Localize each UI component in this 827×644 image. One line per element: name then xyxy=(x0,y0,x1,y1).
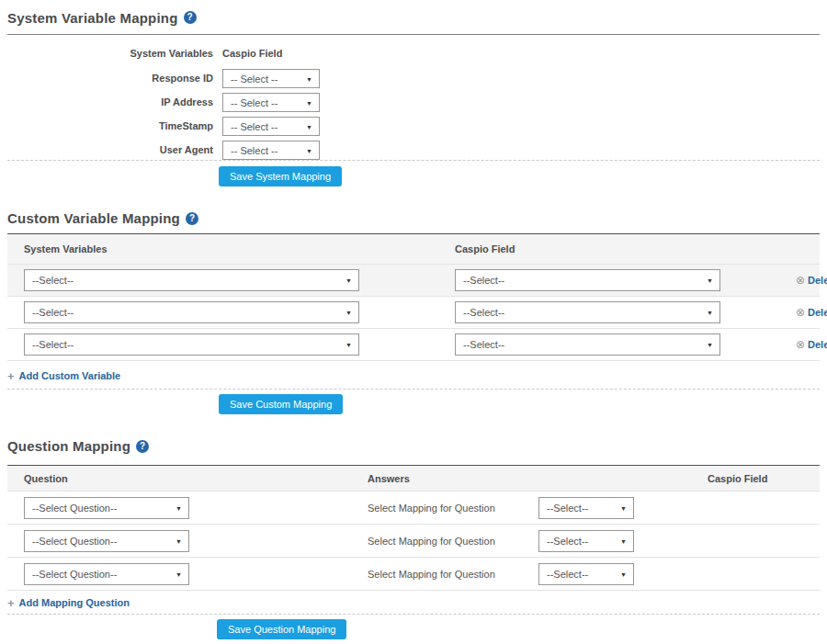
select-value: -- Select -- xyxy=(223,121,278,132)
dropdown-arrow-icon: ▼ xyxy=(306,147,312,153)
dropdown-arrow-icon: ▼ xyxy=(620,537,627,544)
table-row: User Agent -- Select -- ▼ xyxy=(7,141,820,160)
custom-mapping-heading: Custom Variable Mapping ? xyxy=(7,210,820,226)
custom-system-variable-select[interactable]: --Select-- ▼ xyxy=(24,333,359,356)
system-table-header: System Variables Caspio Field xyxy=(7,48,820,62)
delete-circle-icon: ⊗ xyxy=(796,275,805,286)
column-header-question: Question xyxy=(24,466,368,491)
select-value: --Select Question-- xyxy=(25,569,117,580)
ip-address-select[interactable]: -- Select -- ▼ xyxy=(222,93,320,112)
response-id-select[interactable]: -- Select -- ▼ xyxy=(222,69,320,88)
table-row: Response ID -- Select -- ▼ xyxy=(7,69,820,88)
question-mapping-heading: Question Mapping ? xyxy=(7,438,820,454)
select-value: --Select-- xyxy=(456,275,504,286)
answers-cell: Select Mapping for Question --Select-- ▼ xyxy=(368,563,708,585)
dropdown-arrow-icon: ▼ xyxy=(620,571,627,577)
select-value: -- Select -- xyxy=(223,73,278,85)
column-header-system-variables: System Variables xyxy=(24,234,455,265)
select-value: --Select Question-- xyxy=(25,536,117,547)
system-mapping-form: System Variables Caspio Field Response I… xyxy=(7,34,820,161)
question-select[interactable]: --Select Question-- ▼ xyxy=(24,530,189,552)
dropdown-arrow-icon: ▼ xyxy=(707,310,713,316)
add-custom-variable-link[interactable]: + Add Custom Variable xyxy=(7,369,120,382)
delete-circle-icon: ⊗ xyxy=(796,307,805,318)
delete-link[interactable]: ⊗ Delete xyxy=(796,307,827,318)
dropdown-arrow-icon: ▼ xyxy=(176,537,182,544)
question-button-row: Save Question Mapping xyxy=(7,615,820,639)
save-question-mapping-button[interactable]: Save Question Mapping xyxy=(217,619,346,639)
custom-caspio-field-select[interactable]: --Select-- ▼ xyxy=(455,333,720,356)
delete-circle-icon: ⊗ xyxy=(796,339,805,350)
custom-variable-mapping-section: Custom Variable Mapping ? System Variabl… xyxy=(7,210,820,414)
column-header-caspio-field: Caspio Field xyxy=(708,466,814,491)
column-header-caspio-field: Caspio Field xyxy=(455,234,796,265)
answer-mapping-select[interactable]: --Select-- ▼ xyxy=(538,497,634,519)
delete-link[interactable]: ⊗ Delete xyxy=(796,339,827,350)
custom-button-row: Save Custom Mapping xyxy=(7,390,820,414)
custom-caspio-field-select[interactable]: --Select-- ▼ xyxy=(455,301,720,323)
table-row: TimeStamp -- Select -- ▼ xyxy=(7,117,820,136)
question-select[interactable]: --Select Question-- ▼ xyxy=(24,497,189,519)
dropdown-arrow-icon: ▼ xyxy=(346,277,352,284)
select-value: --Select Question-- xyxy=(25,503,117,514)
select-value: --Select-- xyxy=(25,307,74,318)
table-row: --Select Question-- ▼ Select Mapping for… xyxy=(7,558,820,591)
select-value: --Select-- xyxy=(25,339,74,350)
response-id-label: Response ID xyxy=(7,69,213,88)
user-agent-label: User Agent xyxy=(7,141,213,160)
column-header-caspio-field: Caspio Field xyxy=(222,48,820,62)
mapping-for-question-label: Select Mapping for Question xyxy=(368,503,538,514)
dropdown-arrow-icon: ▼ xyxy=(346,342,352,348)
delete-link[interactable]: ⊗ Delete xyxy=(796,275,827,286)
user-agent-select[interactable]: -- Select -- ▼ xyxy=(222,141,320,160)
answers-cell: Select Mapping for Question --Select-- ▼ xyxy=(368,497,708,519)
delete-label: Delete xyxy=(808,275,827,286)
custom-mapping-title: Custom Variable Mapping xyxy=(7,210,180,226)
help-icon[interactable]: ? xyxy=(136,440,149,453)
save-system-mapping-button[interactable]: Save System Mapping xyxy=(219,166,342,186)
dropdown-arrow-icon: ▼ xyxy=(346,310,352,316)
answers-cell: Select Mapping for Question --Select-- ▼ xyxy=(368,530,708,552)
custom-system-variable-select[interactable]: --Select-- ▼ xyxy=(24,269,359,291)
table-row: --Select Question-- ▼ Select Mapping for… xyxy=(7,525,820,558)
plus-icon: + xyxy=(7,370,15,382)
select-value: --Select-- xyxy=(539,536,588,547)
answer-mapping-select[interactable]: --Select-- ▼ xyxy=(538,563,634,585)
page-container: System Variable Mapping ? System Variabl… xyxy=(0,0,827,639)
question-table-header: Question Answers Caspio Field xyxy=(7,466,820,491)
add-custom-variable-label: Add Custom Variable xyxy=(19,370,121,381)
table-row: --Select-- ▼ --Select-- ▼ ⊗ Delete xyxy=(7,297,820,329)
add-mapping-question-link[interactable]: + Add Mapping Question xyxy=(7,596,130,609)
delete-label: Delete xyxy=(808,339,827,350)
help-icon[interactable]: ? xyxy=(186,212,198,225)
custom-caspio-field-select[interactable]: --Select-- ▼ xyxy=(455,269,720,291)
table-row: --Select Question-- ▼ Select Mapping for… xyxy=(7,491,820,525)
table-row: IP Address -- Select -- ▼ xyxy=(7,93,820,112)
add-mapping-question-label: Add Mapping Question xyxy=(19,597,130,608)
mapping-for-question-label: Select Mapping for Question xyxy=(368,569,538,580)
save-custom-mapping-button[interactable]: Save Custom Mapping xyxy=(219,394,343,414)
select-value: --Select-- xyxy=(25,275,74,286)
question-mapping-table: Question Answers Caspio Field --Select Q… xyxy=(7,465,820,591)
help-icon[interactable]: ? xyxy=(184,11,197,24)
select-value: --Select-- xyxy=(456,339,504,350)
delete-label: Delete xyxy=(808,307,827,318)
custom-system-variable-select[interactable]: --Select-- ▼ xyxy=(24,301,359,323)
question-mapping-title: Question Mapping xyxy=(7,438,130,454)
select-value: --Select-- xyxy=(456,307,504,318)
system-mapping-title: System Variable Mapping xyxy=(7,10,178,26)
dropdown-arrow-icon: ▼ xyxy=(306,99,312,106)
column-header-answers: Answers xyxy=(368,466,708,491)
dropdown-arrow-icon: ▼ xyxy=(707,277,713,284)
question-select[interactable]: --Select Question-- ▼ xyxy=(24,563,189,585)
column-header-system-variables: System Variables xyxy=(7,48,213,62)
dropdown-arrow-icon: ▼ xyxy=(707,342,713,348)
column-header-empty xyxy=(796,234,814,265)
timestamp-select[interactable]: -- Select -- ▼ xyxy=(222,117,320,136)
dropdown-arrow-icon: ▼ xyxy=(306,75,312,82)
dropdown-arrow-icon: ▼ xyxy=(176,504,182,511)
system-mapping-heading: System Variable Mapping ? xyxy=(7,0,820,26)
select-value: -- Select -- xyxy=(223,97,278,108)
dropdown-arrow-icon: ▼ xyxy=(620,504,627,511)
answer-mapping-select[interactable]: --Select-- ▼ xyxy=(538,530,634,552)
